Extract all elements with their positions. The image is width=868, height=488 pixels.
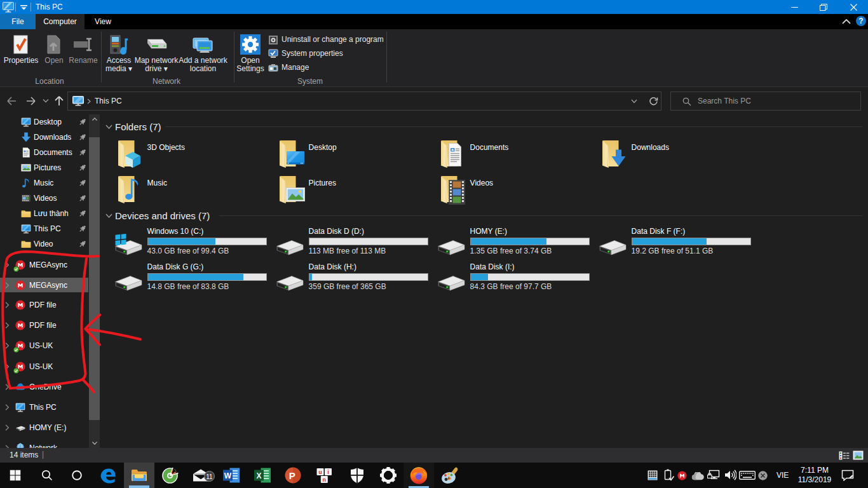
- svg-text:X: X: [256, 471, 261, 480]
- svg-text:i: i: [327, 469, 329, 475]
- svg-text:n: n: [323, 477, 327, 483]
- svg-text:W: W: [224, 471, 232, 480]
- svg-text:P: P: [289, 470, 295, 481]
- svg-text:u: u: [318, 469, 322, 475]
